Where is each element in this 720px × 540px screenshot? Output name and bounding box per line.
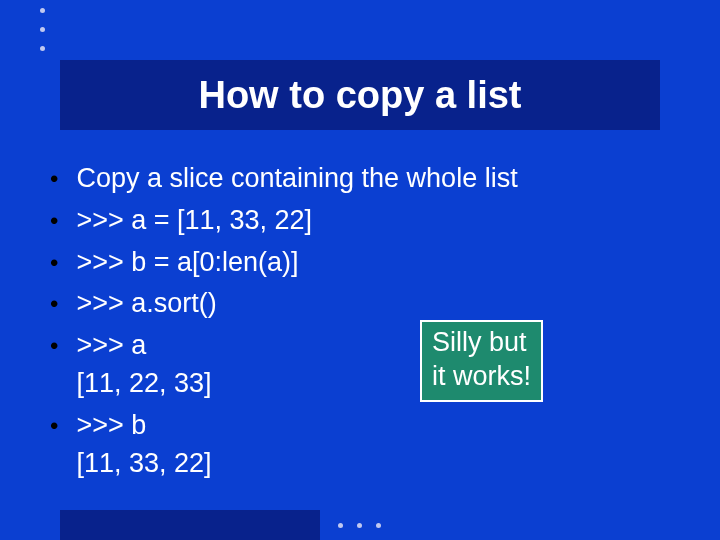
list-item: • >>> a.sort() (50, 285, 680, 323)
dot (40, 8, 45, 13)
decorative-footer-block (60, 510, 320, 540)
dot (357, 523, 362, 528)
slide-title-bar: How to copy a list (60, 60, 660, 130)
bullet-icon: • (50, 202, 58, 239)
bullet-list: • Copy a slice containing the whole list… (50, 160, 680, 482)
bullet-icon: • (50, 407, 58, 444)
callout-box: Silly but it works! (420, 320, 543, 402)
bullet-icon: • (50, 285, 58, 322)
dot (376, 523, 381, 528)
bullet-text: >>> b = a[0:len(a)] (76, 244, 298, 282)
slide-content: • Copy a slice containing the whole list… (50, 160, 680, 486)
bullet-text: >>> a[11, 22, 33] (76, 327, 211, 403)
callout-line: Silly but (432, 326, 531, 360)
bullet-text: >>> a.sort() (76, 285, 216, 323)
decorative-dots-top (40, 8, 45, 51)
dot (338, 523, 343, 528)
list-item: • >>> a[11, 22, 33] (50, 327, 680, 403)
bullet-icon: • (50, 160, 58, 197)
bullet-icon: • (50, 327, 58, 364)
list-item: • >>> b = a[0:len(a)] (50, 244, 680, 282)
dot (40, 27, 45, 32)
decorative-dots-bottom (338, 523, 381, 528)
list-item: • >>> a = [11, 33, 22] (50, 202, 680, 240)
slide-title: How to copy a list (198, 74, 521, 117)
bullet-text: >>> a = [11, 33, 22] (76, 202, 312, 240)
list-item: • >>> b[11, 33, 22] (50, 407, 680, 483)
dot (40, 46, 45, 51)
bullet-icon: • (50, 244, 58, 281)
bullet-text: >>> b[11, 33, 22] (76, 407, 211, 483)
list-item: • Copy a slice containing the whole list (50, 160, 680, 198)
callout-line: it works! (432, 360, 531, 394)
bullet-text: Copy a slice containing the whole list (76, 160, 517, 198)
